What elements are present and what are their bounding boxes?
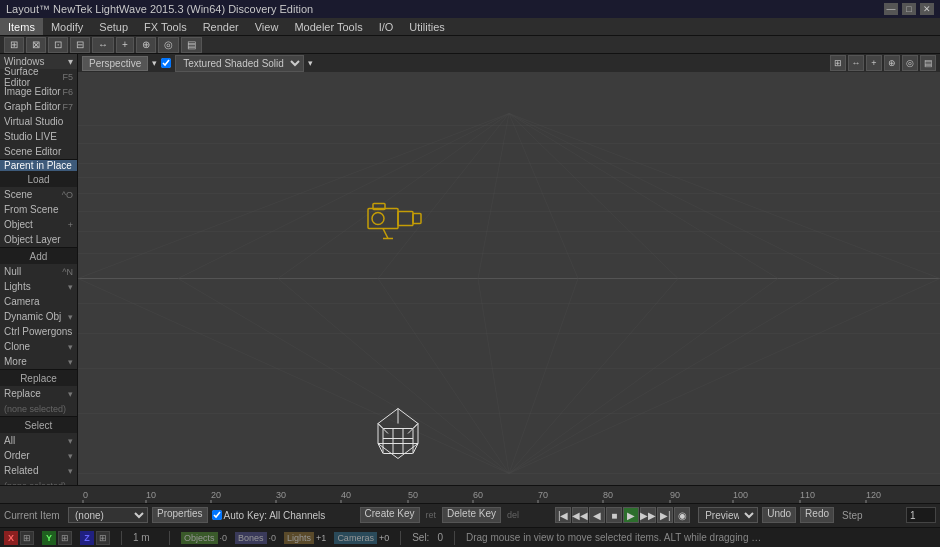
menu-render[interactable]: Render	[195, 18, 247, 35]
menu-view[interactable]: View	[247, 18, 287, 35]
render-mode-arrow[interactable]: ▾	[308, 58, 313, 68]
studio-live-btn[interactable]: Studio LIVE	[0, 129, 77, 144]
toolbar-btn-5[interactable]: ↔	[92, 37, 114, 53]
close-btn[interactable]: ✕	[920, 3, 934, 15]
toolbar-btn-8[interactable]: ◎	[158, 37, 179, 53]
textured-checkbox[interactable]	[161, 58, 171, 68]
replace-btn[interactable]: Replace ▾	[0, 386, 77, 401]
viewport-dropdown-arrow[interactable]: ▾	[152, 58, 157, 68]
menu-modify[interactable]: Modify	[43, 18, 91, 35]
scene-editor-btn[interactable]: Scene Editor	[0, 144, 77, 159]
pb-play[interactable]: ▶	[623, 507, 639, 523]
toolbar-btn-3[interactable]: ⊡	[48, 37, 68, 53]
preview-select[interactable]: Preview	[698, 507, 758, 523]
add-clone-btn[interactable]: Clone ▾	[0, 339, 77, 354]
select-order-btn[interactable]: Order ▾	[0, 448, 77, 463]
add-camera-btn[interactable]: Camera	[0, 294, 77, 309]
lights-group: Lights +1	[284, 532, 326, 544]
axis-x-btn[interactable]: X	[4, 531, 18, 545]
cameras-plus[interactable]: +0	[379, 533, 389, 543]
toolbar-btn-2[interactable]: ⊠	[26, 37, 46, 53]
pb-stop[interactable]: ■	[606, 507, 622, 523]
axis-y-val[interactable]: ⊞	[58, 531, 72, 545]
image-editor-btn[interactable]: Image Editor F6	[0, 84, 77, 99]
load-object-btn[interactable]: Object +	[0, 217, 77, 232]
toolbar-btn-6[interactable]: +	[116, 37, 134, 53]
pb-next[interactable]: ▶▶	[640, 507, 656, 523]
select-related-btn[interactable]: Related ▾	[0, 463, 77, 478]
parent-in-place-btn[interactable]: Parent in Place	[0, 160, 77, 171]
axis-z-btn[interactable]: Z	[80, 531, 94, 545]
cameras-btn[interactable]: Cameras	[334, 532, 377, 544]
lights-plus[interactable]: +1	[316, 533, 326, 543]
add-ctrl-powergons-btn[interactable]: Ctrl Powergons	[0, 324, 77, 339]
pb-record[interactable]: ◉	[674, 507, 690, 523]
menu-modeler-tools[interactable]: Modeler Tools	[286, 18, 370, 35]
add-lights-btn[interactable]: Lights ▾	[0, 279, 77, 294]
pb-first[interactable]: |◀	[555, 507, 571, 523]
virtual-studio-btn[interactable]: Virtual Studio	[0, 114, 77, 129]
axis-buttons: X ⊞	[4, 531, 34, 545]
svg-text:80: 80	[603, 490, 613, 500]
redo-btn[interactable]: Redo	[800, 507, 834, 523]
vp-icon-4[interactable]: ⊕	[884, 55, 900, 71]
menu-fx-tools[interactable]: FX Tools	[136, 18, 195, 35]
toolbar-btn-4[interactable]: ⊟	[70, 37, 90, 53]
lights-btn[interactable]: Lights	[284, 532, 314, 544]
render-mode-select[interactable]: Textured Shaded Solid	[175, 55, 304, 72]
properties-btn[interactable]: Properties	[152, 507, 208, 523]
axis-y-row: Y ⊞	[42, 531, 72, 545]
select-header[interactable]: Select	[0, 417, 77, 433]
minimize-btn[interactable]: —	[884, 3, 898, 15]
menu-items[interactable]: Items	[0, 18, 43, 35]
load-scene-btn[interactable]: Scene ^O	[0, 187, 77, 202]
vp-icon-5[interactable]: ◎	[902, 55, 918, 71]
divider-2	[169, 531, 170, 545]
objects-btn[interactable]: Objects	[181, 532, 218, 544]
playback-controls: |◀ ◀◀ ◀ ■ ▶ ▶▶ ▶| ◉	[555, 507, 690, 523]
surface-editor-btn[interactable]: Surface Editor F5	[0, 69, 77, 84]
add-dynamic-btn[interactable]: Dynamic Obj ▾	[0, 309, 77, 324]
viewport-label[interactable]: Perspective	[82, 56, 148, 71]
add-null-btn[interactable]: Null ^N	[0, 264, 77, 279]
current-item-select[interactable]: (none)	[68, 507, 148, 523]
viewport[interactable]: Perspective ▾ Textured Shaded Solid ▾ ⊞ …	[78, 54, 940, 485]
vp-icon-2[interactable]: ↔	[848, 55, 864, 71]
load-header[interactable]: Load	[0, 171, 77, 187]
axis-z-row: Z ⊞	[80, 531, 110, 545]
delete-key-btn[interactable]: Delete Key	[442, 507, 501, 523]
menu-utilities[interactable]: Utilities	[401, 18, 452, 35]
select-all-btn[interactable]: All ▾	[0, 433, 77, 448]
add-header[interactable]: Add	[0, 248, 77, 264]
graph-editor-btn[interactable]: Graph Editor F7	[0, 99, 77, 114]
toolbar-btn-1[interactable]: ⊞	[4, 37, 24, 53]
svg-text:20: 20	[211, 490, 221, 500]
bones-btn[interactable]: Bones	[235, 532, 267, 544]
menu-setup[interactable]: Setup	[91, 18, 136, 35]
auto-key-checkbox[interactable]	[212, 510, 222, 520]
menu-bar: Items Modify Setup FX Tools Render View …	[0, 18, 940, 36]
undo-btn[interactable]: Undo	[762, 507, 796, 523]
axis-z-val[interactable]: ⊞	[96, 531, 110, 545]
window-controls[interactable]: — □ ✕	[884, 3, 934, 15]
maximize-btn[interactable]: □	[902, 3, 916, 15]
toolbar-btn-9[interactable]: ▤	[181, 37, 202, 53]
menu-io[interactable]: I/O	[371, 18, 402, 35]
axis-x-val[interactable]: ⊞	[20, 531, 34, 545]
pb-prev[interactable]: ◀	[589, 507, 605, 523]
load-object-layer-btn[interactable]: Object Layer	[0, 232, 77, 247]
vp-icon-1[interactable]: ⊞	[830, 55, 846, 71]
grid-svg	[78, 72, 940, 485]
add-more-btn[interactable]: More ▾	[0, 354, 77, 369]
svg-text:60: 60	[473, 490, 483, 500]
pb-prev-fast[interactable]: ◀◀	[572, 507, 588, 523]
toolbar-btn-7[interactable]: ⊕	[136, 37, 156, 53]
replace-header[interactable]: Replace	[0, 370, 77, 386]
vp-icon-6[interactable]: ▤	[920, 55, 936, 71]
create-key-btn[interactable]: Create Key	[360, 507, 420, 523]
axis-y-btn[interactable]: Y	[42, 531, 56, 545]
vp-icon-3[interactable]: +	[866, 55, 882, 71]
pb-last[interactable]: ▶|	[657, 507, 673, 523]
step-input[interactable]	[906, 507, 936, 523]
load-from-scene-btn[interactable]: From Scene	[0, 202, 77, 217]
